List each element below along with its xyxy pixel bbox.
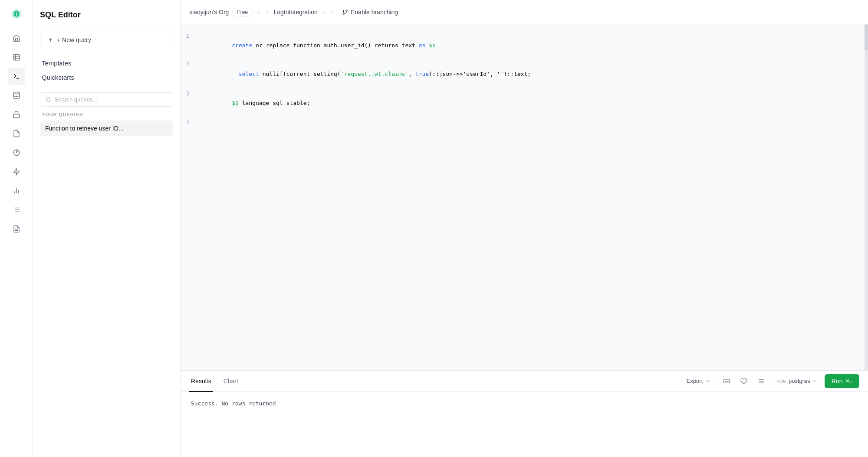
svg-line-26: [49, 101, 50, 101]
scrollbar-thumb[interactable]: [865, 24, 868, 50]
svg-rect-30: [724, 379, 730, 383]
line-num-4: 4: [181, 118, 198, 127]
project-name: LogtoIntegration: [274, 9, 318, 16]
code-line-1: 1 create or replace function auth.user_i…: [181, 31, 868, 60]
query-item[interactable]: Function to retrieve user ID...: [40, 121, 173, 136]
svg-rect-9: [13, 114, 20, 118]
search-box: [40, 92, 173, 107]
line-num-3: 3: [181, 89, 198, 98]
bottom-toolbar: Export: [681, 374, 859, 388]
sidebar-title: SQL Editor: [40, 7, 173, 23]
project-chevron-icon: [321, 9, 326, 16]
org-name: xiaoyijun's Org: [189, 9, 229, 16]
run-button[interactable]: Run ⌘↵: [825, 374, 859, 388]
plan-badge: Free: [232, 8, 253, 16]
top-bar: xiaoyijun's Org Free / LogtoIntegration …: [181, 0, 868, 24]
enable-branching-label: Enable branching: [351, 9, 398, 16]
run-label: Run: [832, 378, 843, 385]
branch-icon: [342, 9, 348, 15]
enable-branching-button[interactable]: Enable branching: [339, 7, 401, 17]
keyboard-icon-button[interactable]: [720, 374, 733, 388]
role-value: postgres: [789, 378, 810, 384]
code-line-4: 4: [181, 118, 868, 127]
lock-nav-icon[interactable]: [8, 106, 25, 123]
function-nav-icon[interactable]: [8, 163, 25, 180]
line-content-3: $$ language sql stable;: [198, 89, 861, 118]
analytics-nav-icon[interactable]: [8, 144, 25, 161]
database-nav-icon[interactable]: [8, 87, 25, 104]
line-num-2: 2: [181, 60, 198, 69]
svg-point-29: [343, 13, 345, 14]
line-content-2: select nullif(current_setting('request.j…: [198, 60, 861, 88]
icon-bar: [0, 0, 33, 457]
line-num-1: 1: [181, 31, 198, 41]
search-icon: [46, 97, 51, 103]
search-input[interactable]: [55, 96, 168, 103]
storage-nav-icon[interactable]: [8, 125, 25, 142]
run-shortcut: ⌘↵: [846, 378, 852, 384]
table-nav-icon[interactable]: [8, 49, 25, 66]
main-content: xiaoyijun's Org Free / LogtoIntegration …: [181, 0, 868, 457]
menu-icon: [758, 378, 765, 385]
export-button[interactable]: Export: [681, 375, 717, 387]
sidebar-templates-link[interactable]: Templates: [40, 57, 173, 69]
line-content-1: create or replace function auth.user_id(…: [198, 31, 861, 60]
result-text: Success. No rows returned: [191, 400, 276, 407]
brand-logo[interactable]: [8, 5, 25, 23]
role-selector[interactable]: role postgres: [772, 375, 821, 387]
reports-nav-icon[interactable]: [8, 182, 25, 199]
svg-point-8: [13, 92, 20, 95]
svg-point-28: [346, 10, 348, 11]
bottom-tabs-bar: Results Chart Export: [181, 371, 868, 392]
tab-chart[interactable]: Chart: [222, 371, 240, 392]
new-query-label: + New query: [57, 36, 91, 43]
home-nav-icon[interactable]: [8, 29, 25, 47]
code-editor[interactable]: 1 create or replace function auth.user_i…: [181, 24, 868, 370]
editor-area: 1 create or replace function auth.user_i…: [181, 24, 868, 457]
separator-1: /: [266, 8, 268, 16]
logs-nav-icon[interactable]: [8, 201, 25, 219]
export-label: Export: [687, 378, 703, 384]
sidebar: SQL Editor + New query Templates Quickst…: [33, 0, 181, 457]
keyboard-icon: [723, 378, 730, 385]
favorite-icon-button[interactable]: [737, 374, 751, 388]
separator-2: /: [332, 8, 333, 16]
result-content: Success. No rows returned: [181, 392, 868, 457]
role-chevron-icon: [812, 379, 816, 383]
code-line-3: 3 $$ language sql stable;: [181, 89, 868, 118]
export-chevron-icon: [705, 379, 710, 384]
bottom-panel: Results Chart Export: [181, 370, 868, 457]
heart-icon: [740, 378, 747, 385]
docs-nav-icon[interactable]: [8, 220, 25, 238]
tab-results[interactable]: Results: [189, 371, 213, 392]
menu-icon-button[interactable]: [754, 374, 768, 388]
new-query-button[interactable]: + New query: [40, 32, 173, 48]
role-label-text: role: [776, 378, 786, 384]
svg-point-25: [46, 98, 50, 101]
your-queries-section-label: YOUR QUERIES: [40, 112, 173, 117]
org-chevron-icon: [256, 9, 261, 16]
terminal-nav-icon[interactable]: [8, 68, 25, 85]
scrollbar-track: [865, 24, 868, 370]
sidebar-quickstarts-link[interactable]: Quickstarts: [40, 71, 173, 84]
svg-rect-3: [13, 54, 20, 60]
code-line-2: 2 select nullif(current_setting('request…: [181, 60, 868, 88]
